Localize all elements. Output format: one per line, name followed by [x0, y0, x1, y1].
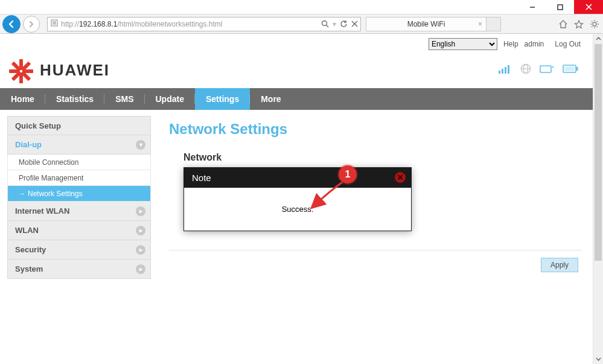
sidebar-item-label: Internet WLAN [15, 206, 69, 216]
sidebar-sub-label: Profile Management [19, 174, 83, 182]
sidebar-network-settings[interactable]: Network Settings [7, 186, 151, 202]
sidebar-item-label: System [15, 264, 43, 273]
svg-point-29 [552, 66, 554, 68]
url-text[interactable]: http://192.168.8.1/html/mobilenetworkset… [61, 20, 319, 28]
chevron-right-icon: ▸ [136, 226, 145, 235]
chevron-right-icon: ▸ [136, 206, 145, 216]
scroll-thumb[interactable] [595, 44, 602, 261]
refresh-icon[interactable] [340, 20, 348, 28]
browser-toolbar: http://192.168.8.1/html/mobilenetworkset… [0, 14, 603, 34]
modal-header: Note ✕ [183, 167, 412, 188]
apply-button[interactable]: Apply [541, 258, 578, 272]
nav-back-button[interactable] [2, 15, 21, 33]
modal-close-button[interactable]: ✕ [395, 172, 406, 183]
battery-icon [563, 65, 578, 75]
annotation-badge: 1 [339, 165, 357, 184]
svg-point-8 [322, 21, 327, 26]
scroll-up-arrow[interactable] [593, 34, 603, 44]
svg-rect-32 [564, 66, 575, 71]
svg-line-18 [597, 26, 598, 27]
sidebar-dialup[interactable]: Dial-up ▾ [7, 135, 151, 155]
nav-more[interactable]: More [250, 88, 292, 110]
page-title: Network Settings [169, 121, 582, 138]
tools-gear-icon[interactable] [590, 19, 599, 29]
svg-rect-28 [540, 66, 551, 72]
signal-icon [499, 64, 512, 76]
window-titlebar [0, 0, 603, 14]
window-minimize-button[interactable] [518, 0, 546, 14]
svg-rect-1 [558, 5, 563, 10]
logout-link[interactable]: Log Out [555, 40, 581, 48]
browser-tab[interactable]: Mobile WiFi × [366, 17, 487, 31]
url-scheme: http:// [61, 20, 79, 28]
stop-icon[interactable] [351, 21, 358, 27]
svg-line-9 [327, 25, 329, 28]
scroll-track[interactable] [593, 44, 603, 354]
sidebar-wlan[interactable]: WLAN ▸ [7, 221, 151, 240]
globe-icon [520, 63, 531, 77]
note-modal: Note ✕ Success. [183, 167, 412, 231]
modal-message: Success. [282, 205, 314, 214]
sidebar-quick-setup[interactable]: Quick Setup [7, 116, 151, 135]
status-icons [499, 63, 578, 77]
nav-forward-button[interactable] [23, 16, 40, 33]
help-link[interactable]: Help [503, 40, 518, 48]
address-bar[interactable]: http://192.168.8.1/html/mobilenetworkset… [47, 17, 361, 31]
svg-rect-21 [499, 71, 500, 74]
tab-title: Mobile WiFi [407, 20, 445, 28]
page-icon [50, 19, 59, 29]
wifi-device-icon [540, 64, 554, 76]
new-tab-button[interactable] [487, 17, 501, 31]
chevron-right-icon: ▸ [136, 245, 145, 255]
nav-home[interactable]: Home [0, 88, 45, 110]
url-path: /html/mobilenetworksettings.html [117, 20, 222, 28]
sidebar-security[interactable]: Security ▸ [7, 240, 151, 260]
url-host: 192.168.8.1 [79, 20, 117, 28]
brand-logo: HUAWEI [7, 57, 110, 83]
nav-sms[interactable]: SMS [104, 88, 144, 110]
tab-close-icon[interactable]: × [478, 20, 482, 28]
svg-line-20 [597, 21, 598, 22]
sidebar: Quick Setup Dial-up ▾ Mobile Connection … [7, 116, 151, 279]
search-icon[interactable] [321, 20, 329, 28]
home-icon[interactable] [558, 19, 568, 29]
scroll-down-arrow[interactable] [593, 354, 603, 364]
sidebar-item-label: WLAN [15, 226, 39, 235]
svg-line-17 [592, 21, 592, 22]
sidebar-mobile-connection[interactable]: Mobile Connection [7, 155, 151, 170]
chevron-right-icon: ▸ [136, 264, 145, 274]
svg-rect-23 [505, 67, 506, 74]
svg-line-19 [592, 26, 592, 27]
main-nav: Home Statistics SMS Update Settings More [0, 88, 593, 110]
sidebar-item-label: Security [15, 245, 46, 254]
admin-link[interactable]: admin [525, 40, 544, 48]
sidebar-sub-label: Mobile Connection [19, 158, 78, 167]
window-close-button[interactable] [574, 0, 603, 14]
svg-point-12 [593, 22, 596, 26]
chevron-down-icon: ▾ [136, 140, 145, 150]
utility-row: English Help admin Log Out [0, 34, 593, 52]
window-maximize-button[interactable] [546, 0, 574, 14]
sidebar-sub-label: Network Settings [28, 190, 83, 198]
language-select[interactable]: English [429, 38, 497, 50]
svg-rect-22 [502, 69, 503, 74]
modal-title: Note [192, 173, 211, 183]
sidebar-internet-wlan[interactable]: Internet WLAN ▸ [7, 202, 151, 221]
sidebar-profile-management[interactable]: Profile Management [7, 170, 151, 186]
svg-rect-31 [576, 67, 578, 71]
sidebar-item-label: Quick Setup [15, 121, 61, 130]
nav-settings[interactable]: Settings [195, 88, 250, 110]
modal-body: Success. [183, 188, 412, 231]
viewport-scrollbar[interactable] [593, 34, 603, 364]
nav-update[interactable]: Update [145, 88, 195, 110]
huawei-flower-icon [7, 57, 34, 83]
main-panel: Network Settings Network Preferred mode:… [161, 116, 585, 357]
favorites-icon[interactable] [574, 19, 584, 29]
sidebar-item-label: Dial-up [15, 140, 42, 149]
nav-statistics[interactable]: Statistics [45, 88, 104, 110]
section-title: Network [183, 152, 582, 163]
sidebar-system[interactable]: System ▸ [7, 260, 151, 279]
svg-rect-24 [508, 65, 509, 74]
brand-name: HUAWEI [40, 61, 110, 80]
